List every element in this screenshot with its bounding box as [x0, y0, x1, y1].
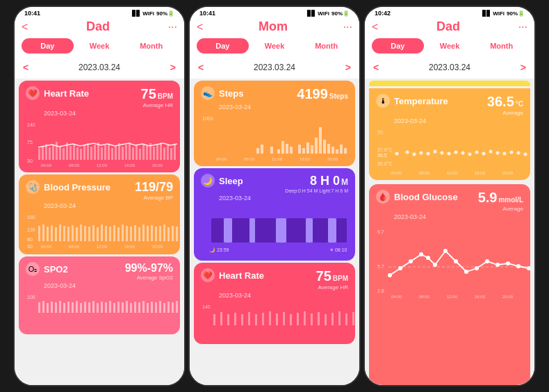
tab-month-1[interactable]: Month	[125, 38, 177, 54]
svg-text:140: 140	[27, 122, 35, 127]
svg-text:20:00: 20:00	[502, 171, 514, 175]
svg-rect-154	[249, 218, 255, 243]
svg-rect-179	[311, 313, 313, 325]
svg-rect-173	[269, 311, 271, 325]
steps-card-2[interactable]: 👟 Steps 4199 Steps 2023-03-24 1000 04:0	[194, 81, 355, 166]
tab-week-2[interactable]: Week	[249, 38, 301, 54]
svg-rect-8	[38, 149, 40, 160]
svg-rect-150	[344, 148, 347, 154]
svg-rect-90	[176, 227, 178, 241]
tab-week-1[interactable]: Week	[74, 38, 126, 54]
svg-text:04:00: 04:00	[41, 163, 52, 168]
svg-rect-11	[49, 147, 51, 160]
bp-icon-1: 🩺	[26, 180, 40, 194]
svg-rect-72	[101, 224, 103, 241]
title-group-heart-2: ❤️ Heart Rate	[201, 268, 264, 282]
svg-rect-94	[47, 303, 49, 313]
svg-rect-158	[306, 218, 313, 243]
card-header-heart-2: ❤️ Heart Rate 75 BPM Average HR	[201, 268, 348, 291]
date-prev-2[interactable]: <	[198, 62, 204, 73]
svg-rect-88	[167, 227, 170, 241]
svg-point-226	[409, 259, 413, 263]
svg-point-224	[388, 273, 392, 277]
svg-point-234	[485, 259, 489, 263]
svg-rect-125	[176, 301, 178, 313]
tab-month-3[interactable]: Month	[475, 38, 527, 54]
svg-point-227	[419, 252, 423, 256]
value-right-temp-3: 36.5 °C Average	[487, 94, 523, 116]
svg-rect-105	[92, 301, 95, 313]
spo2-card-1[interactable]: O₂ SPO2 99%-97% Average SpO2 2023-03-24 …	[19, 256, 180, 334]
back-button-3[interactable]: <	[372, 21, 378, 33]
value-right-heart-2: 75 BPM Average HR	[316, 268, 348, 291]
glucose-card-3[interactable]: 🩸 Blood Glucose 5.9 mmol/L Average 2023-…	[369, 184, 530, 385]
steps-icon-2: 👟	[201, 86, 215, 100]
svg-rect-29	[111, 148, 113, 160]
svg-rect-13	[56, 142, 58, 160]
svg-rect-169	[241, 314, 243, 325]
signal-icon-3: ▊▊	[482, 10, 491, 17]
svg-text:100: 100	[27, 295, 35, 300]
svg-rect-35	[132, 147, 134, 160]
svg-text:08:00: 08:00	[69, 245, 80, 249]
svg-text:30: 30	[27, 158, 33, 163]
tab-week-3[interactable]: Week	[424, 38, 476, 54]
svg-rect-180	[318, 312, 320, 325]
svg-text:75: 75	[27, 140, 33, 145]
svg-rect-19	[76, 147, 79, 160]
glucose-value-3: 5.9	[478, 190, 498, 206]
status-bar-2: 10:41 ▊▊ WiFi 90%🔋	[190, 7, 359, 18]
back-button-2[interactable]: <	[197, 21, 203, 33]
svg-point-201	[448, 152, 451, 156]
svg-rect-92	[38, 302, 40, 313]
svg-rect-79	[130, 227, 132, 241]
tab-month-2[interactable]: Month	[300, 38, 352, 54]
svg-rect-184	[345, 313, 347, 325]
steps-chart-2: 1000 04:00 08:00 12:00 16:00 20:00	[201, 113, 348, 162]
svg-rect-98	[63, 303, 65, 313]
spo2-value-1: 99%-97%	[125, 262, 173, 275]
svg-rect-106	[97, 303, 99, 313]
title-group-heart-1: ❤️ Heart Rate	[26, 86, 89, 100]
svg-rect-103	[84, 302, 86, 313]
steps-title-2: Steps	[219, 88, 243, 99]
more-button-1[interactable]: ···	[168, 21, 177, 33]
tab-day-3[interactable]: Day	[372, 38, 424, 54]
svg-rect-83	[147, 226, 149, 241]
svg-rect-77	[122, 224, 124, 241]
more-button-2[interactable]: ···	[343, 21, 352, 33]
tab-day-1[interactable]: Day	[22, 38, 74, 54]
date-next-3[interactable]: >	[521, 62, 526, 73]
tab-day-2[interactable]: Day	[197, 38, 249, 54]
svg-rect-47	[174, 144, 176, 160]
temp-sublabel-3: Average	[502, 110, 523, 116]
svg-rect-18	[73, 144, 75, 160]
glucose-value-main-3: 5.9 mmol/L	[478, 190, 523, 206]
more-button-3[interactable]: ···	[518, 21, 527, 33]
date-next-1[interactable]: >	[170, 62, 176, 73]
svg-rect-119	[151, 302, 153, 313]
title-group-temp-3: 🌡 Temperature	[376, 94, 448, 108]
heart-rate-card-2[interactable]: ❤️ Heart Rate 75 BPM Average HR 2023-03-…	[194, 263, 355, 344]
svg-point-235	[495, 263, 500, 267]
status-icons-2: ▊▊ WiFi 90%🔋	[307, 10, 350, 17]
svg-rect-185	[352, 312, 354, 325]
heart-icon-2: ❤️	[201, 268, 215, 282]
svg-text:70: 70	[377, 130, 383, 135]
sleep-card-2[interactable]: 🌙 Sleep 8 H 0 M Deep:0 H 54 M Light:7 H …	[194, 168, 355, 261]
bp-card-1[interactable]: 🩺 Blood Pressure 119/79 Average BP 2023-…	[19, 174, 180, 254]
svg-rect-43	[160, 142, 162, 160]
signal-icon-1: ▊▊	[132, 10, 140, 17]
date-next-2[interactable]: >	[345, 62, 351, 73]
svg-text:16:00: 16:00	[475, 295, 486, 299]
date-prev-1[interactable]: <	[23, 62, 28, 73]
temp-card-3[interactable]: 🌡 Temperature 36.5 °C Average 2023-03-24	[369, 88, 530, 180]
svg-point-206	[482, 152, 486, 156]
back-button-1[interactable]: <	[22, 21, 28, 33]
sleep-icon-2: 🌙	[201, 174, 215, 188]
heart-icon-1: ❤️	[26, 86, 40, 100]
status-bar-3: 10:42 ▊▊ WiFi 90%🔋	[365, 7, 534, 18]
svg-text:12:00: 12:00	[447, 171, 458, 175]
heart-rate-card-1[interactable]: ❤️ Heart Rate 75 BPM Average HR 2023-03-…	[19, 81, 180, 172]
date-prev-3[interactable]: <	[373, 62, 379, 73]
